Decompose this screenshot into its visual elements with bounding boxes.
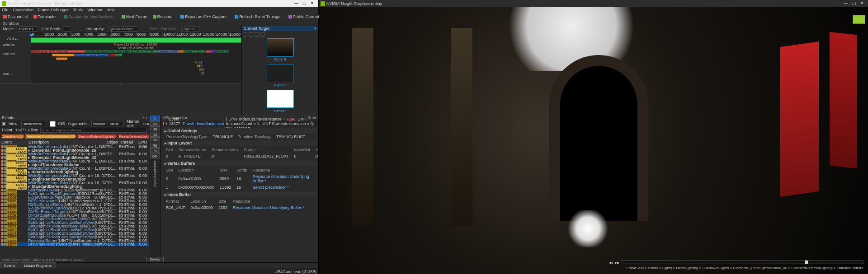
- target-tools: [242, 31, 318, 37]
- section-global[interactable]: ▸ Global Settings: [163, 128, 316, 134]
- event-rows[interactable]: 13221WriteBufferImmediate(UINT Count = 1…: [0, 145, 149, 258]
- target-tool-icon[interactable]: [260, 32, 265, 37]
- all-events-bar[interactable]: [31, 37, 241, 43]
- event-breadcrumb: DrawEvent(1)Elemental_PointLightMovable_…: [0, 133, 149, 139]
- mode-select[interactable]: Event ID: [18, 26, 38, 32]
- hierarchy-select[interactable]: Queue Centric: [108, 26, 138, 32]
- scrub-slider[interactable]: [621, 260, 863, 264]
- unit-select[interactable]: [64, 26, 70, 32]
- target-thumb-color[interactable]: [267, 38, 294, 56]
- events-title: Events: [2, 116, 14, 120]
- menu-tools[interactable]: Tools: [73, 8, 83, 12]
- api-call-link[interactable]: DrawIndexedInstanced: [183, 121, 224, 126]
- toggle-icon[interactable]: ▣: [2, 121, 6, 126]
- menu-window[interactable]: Window: [87, 8, 102, 12]
- scrubber-controls: Mode: Event ID Unit Scale Hierarchy: Que…: [0, 26, 241, 32]
- pipeline-stage-ps[interactable]: PS: [150, 148, 160, 153]
- breadcrumb-item[interactable]: DrawEvent(1): [1, 135, 25, 139]
- close-icon[interactable]: ×: [314, 26, 316, 31]
- view-select[interactable]: Hierarchical: [21, 121, 47, 126]
- unit-label: Unit Scale: [42, 27, 60, 31]
- scrub-thumb[interactable]: [805, 260, 808, 264]
- replay-titlebar: NVIDIA Nsight Graphics replay — ▢ ✕: [319, 0, 868, 7]
- replay-window: NVIDIA Nsight Graphics replay — ▢ ✕ ⏮ ⏭ …: [319, 0, 868, 274]
- row-label-all: All Ev...: [5, 36, 31, 42]
- target-tool-icon[interactable]: [249, 32, 253, 37]
- table-row[interactable]: 13277DrawIndexedInstanced(UINT IndexCoun…: [0, 242, 149, 246]
- mode-label: Mode:: [3, 27, 14, 31]
- replay-breadcrumb: Frame 232 > Scene > Lights > DirectLight…: [626, 266, 863, 270]
- close-button[interactable]: ✕: [858, 0, 866, 6]
- export-cpp-button[interactable]: Export as C++ Capture: [179, 14, 228, 19]
- resume-button[interactable]: Resume: [151, 14, 174, 19]
- pipeline-stage-ia[interactable]: IA: [150, 116, 160, 121]
- row-label-add[interactable]: Add...: [0, 71, 31, 80]
- target-thumb-depth[interactable]: [267, 64, 294, 82]
- next-frame-button[interactable]: Next Frame: [120, 14, 149, 19]
- section-input-layout[interactable]: ▸ Input Layout: [163, 140, 316, 146]
- input-layout-table: SlotSemanticNameSemanticIndexFormatInput…: [163, 146, 318, 160]
- close-button[interactable]: ✕: [308, 0, 316, 6]
- disconnect-button[interactable]: Disconnect: [2, 14, 29, 19]
- minimize-button[interactable]: —: [292, 0, 300, 6]
- section-vertex-buffers[interactable]: ▸ Vertex Buffers: [163, 161, 316, 166]
- target-tool-icon[interactable]: [255, 32, 259, 37]
- api-breadcrumb: Event 13277 – DrawIndexedInstanced ( UIN…: [161, 121, 318, 126]
- render-viewport[interactable]: ⏮ ⏭ Frame 232 > Scene > Lights > DirectL…: [319, 7, 868, 274]
- scrubber-title: Scrubber: [0, 20, 318, 26]
- pipeline-title: Input Assembler: [153, 159, 157, 188]
- breadcrumb-item[interactable]: RenderDeferredLighting: [117, 135, 149, 139]
- low-segments[interactable]: DirectShadowLighting (4.71 ms...)Unhealt: [31, 61, 241, 65]
- args-select[interactable]: Variable + Value: [91, 121, 124, 126]
- api-inspector-panel: API Inspector ⊕ ▭ Event 13277 – DrawInde…: [161, 115, 318, 262]
- mid-segments[interactable]: ParticleCompileShDispatch (8.26 ms - ...…: [31, 54, 241, 57]
- scene-label: Scene (66.29 ms - 98.9%): [31, 46, 241, 50]
- capture-button[interactable]: Capture for Live Analysis: [62, 14, 115, 19]
- menu-help[interactable]: Help: [106, 8, 115, 12]
- target-tool-icon[interactable]: [243, 32, 247, 37]
- scrubber-panel: Scrubber Mode: Event ID Unit Scale Hiera…: [0, 20, 318, 115]
- cib-checkbox[interactable]: [50, 121, 56, 127]
- menu-file[interactable]: File: [2, 8, 9, 12]
- ruler-select[interactable]: Current: [181, 26, 200, 32]
- top-segments[interactable]: GPUParticles_DCM_APrepassStartTrackingSc…: [31, 50, 241, 54]
- chevron-left-icon[interactable]: ‹: [143, 116, 144, 120]
- breadcrumb-item[interactable]: StandardDeferredLighting: [76, 135, 117, 139]
- event-count: Event Count: 15403 / 15522 (Not Enabled:…: [0, 258, 149, 262]
- collapse-handle-icon[interactable]: ⌃: [119, 84, 123, 88]
- args-label: Arguments:: [68, 121, 89, 126]
- pipeline-stage-hs[interactable]: HS: [150, 126, 160, 131]
- maximize-button[interactable]: ▢: [300, 0, 308, 6]
- menu-connection[interactable]: Connection: [13, 8, 34, 12]
- pipeline-stage-ds[interactable]: DS: [150, 132, 160, 137]
- minimize-button[interactable]: —: [842, 0, 850, 6]
- terminate-button[interactable]: Terminate: [32, 14, 57, 19]
- prev-frame-icon[interactable]: ⏮: [609, 260, 613, 265]
- target-thumb-stencil[interactable]: [267, 90, 294, 108]
- gpu-badge-icon: [853, 15, 865, 24]
- row-label-actions: Actions: [0, 42, 31, 51]
- chevron-right-icon[interactable]: ›: [146, 116, 147, 120]
- hierarchy-label: Hierarchy:: [86, 27, 105, 31]
- next-frame-icon[interactable]: ⏭: [615, 260, 620, 265]
- timeline[interactable]: All Ev... Actions Perf Ma... Add... 0100…: [0, 32, 241, 84]
- thumb-label: depth *: [242, 83, 318, 87]
- tab-linked-programs[interactable]: Linked Programs: [20, 262, 55, 269]
- pipeline-stage-om[interactable]: OM: [150, 153, 160, 158]
- tab-events[interactable]: Events: [0, 262, 19, 269]
- current-target-title: Current Target: [244, 26, 269, 31]
- section-index-buffer[interactable]: ▸ Index Buffer: [163, 192, 316, 197]
- maximize-button[interactable]: ▢: [850, 0, 858, 6]
- marker-icon: [163, 122, 164, 125]
- marker-select[interactable]: D3D12: [142, 121, 149, 126]
- filter-input[interactable]: [40, 128, 147, 133]
- statusbar: UE4Game.exe [2116B]: [0, 269, 318, 274]
- pipeline-stage-gs[interactable]: GS: [150, 137, 160, 142]
- pipeline-stage-vs[interactable]: VS: [150, 121, 160, 126]
- frame-label: Frame 232 (67.02 ms - 100.0%): [31, 43, 241, 46]
- refresh-timings-button[interactable]: Refresh Event Timings: [233, 14, 282, 19]
- menu-frame-debugger[interactable]: Frame Debugger: [38, 8, 69, 12]
- filter-label: Filter:: [28, 128, 39, 132]
- pipeline-stage-rs[interactable]: RS: [150, 143, 160, 148]
- breadcrumb-item[interactable]: Elemental_PointLightMovable_42: [25, 135, 76, 139]
